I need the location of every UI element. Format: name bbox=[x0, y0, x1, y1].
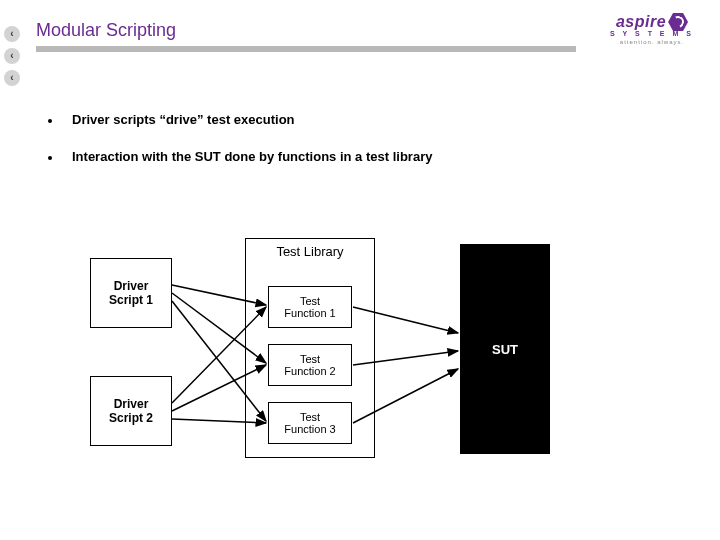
logo-hexagon-icon bbox=[668, 12, 688, 32]
list-item: Driver scripts “drive” test execution bbox=[48, 112, 432, 127]
test-function-2-box: Test Function 2 bbox=[268, 344, 352, 386]
nav-prev-icon[interactable]: ‹ bbox=[4, 70, 20, 86]
test-function-1-box: Test Function 1 bbox=[268, 286, 352, 328]
brand-logo: aspire S Y S T E M S attention. always. bbox=[602, 12, 702, 45]
nav-prev-icon[interactable]: ‹ bbox=[4, 26, 20, 42]
driver-script-2-box: Driver Script 2 bbox=[90, 376, 172, 446]
driver-script-1-box: Driver Script 1 bbox=[90, 258, 172, 328]
test-library-label: Test Library bbox=[245, 244, 375, 259]
slide: ‹ ‹ ‹ Modular Scripting aspire S Y S T E… bbox=[0, 0, 720, 540]
sut-box: SUT bbox=[460, 244, 550, 454]
bullet-list: Driver scripts “drive” test execution In… bbox=[48, 112, 432, 186]
architecture-diagram: Driver Script 1 Driver Script 2 Test Lib… bbox=[90, 238, 570, 468]
title-underline bbox=[36, 46, 576, 52]
test-function-3-box: Test Function 3 bbox=[268, 402, 352, 444]
bullet-text: Interaction with the SUT done by functio… bbox=[72, 149, 432, 164]
bullet-icon bbox=[48, 156, 52, 160]
bullet-text: Driver scripts “drive” test execution bbox=[72, 112, 295, 127]
slide-title: Modular Scripting bbox=[36, 20, 176, 41]
logo-subline: S Y S T E M S bbox=[602, 30, 702, 37]
nav-dots: ‹ ‹ ‹ bbox=[4, 26, 20, 92]
logo-tagline: attention. always. bbox=[602, 39, 702, 45]
logo-wordmark: aspire bbox=[616, 13, 666, 31]
list-item: Interaction with the SUT done by functio… bbox=[48, 149, 432, 164]
bullet-icon bbox=[48, 119, 52, 123]
nav-prev-icon[interactable]: ‹ bbox=[4, 48, 20, 64]
